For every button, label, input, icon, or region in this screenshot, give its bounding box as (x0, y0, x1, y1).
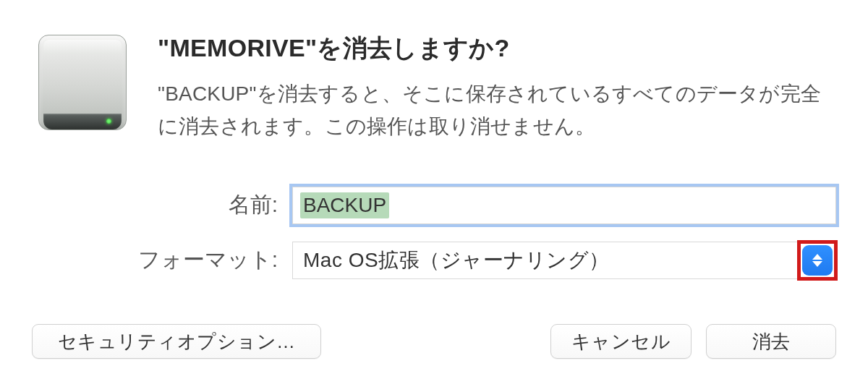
security-options-button[interactable]: セキュリティオプション… (32, 324, 321, 359)
dialog-description: "BACKUP"を消去すると、そこに保存されているすべてのデータが完全に消去され… (158, 78, 836, 143)
name-label: 名前: (111, 190, 278, 220)
erase-button[interactable]: 消去 (706, 324, 836, 359)
name-input[interactable]: BACKUP (292, 187, 836, 224)
dialog-title: "MEMORIVE"を消去しますか? (158, 32, 836, 65)
annotation-highlight (797, 240, 838, 281)
external-drive-icon (32, 32, 133, 133)
format-row: フォーマット: Mac OS拡張（ジャーナリング） (111, 242, 836, 279)
format-select-value: Mac OS拡張（ジャーナリング） (303, 247, 610, 274)
erase-disk-dialog: "MEMORIVE"を消去しますか? "BACKUP"を消去すると、そこに保存さ… (0, 0, 868, 379)
dialog-text: "MEMORIVE"を消去しますか? "BACKUP"を消去すると、そこに保存さ… (158, 32, 836, 143)
cancel-button[interactable]: キャンセル (550, 324, 692, 359)
form-area: 名前: BACKUP フォーマット: Mac OS拡張（ジャーナリング） (32, 187, 836, 279)
button-row: セキュリティオプション… キャンセル 消去 (32, 324, 836, 359)
format-select[interactable]: Mac OS拡張（ジャーナリング） (292, 242, 836, 279)
dialog-header: "MEMORIVE"を消去しますか? "BACKUP"を消去すると、そこに保存さ… (32, 32, 836, 143)
format-label: フォーマット: (111, 245, 278, 275)
name-input-value: BACKUP (300, 192, 389, 218)
name-row: 名前: BACKUP (111, 187, 836, 224)
select-stepper-icon[interactable] (802, 245, 833, 276)
